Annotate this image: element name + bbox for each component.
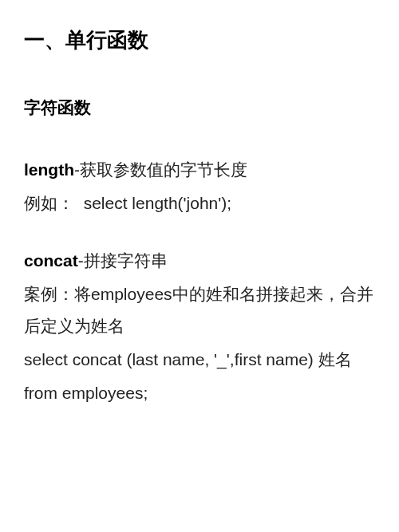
- length-example-label: 例如：: [24, 194, 74, 212]
- length-section: length-获取参数值的字节长度 例如： select length('joh…: [24, 154, 375, 219]
- concat-case-label: 案例：: [24, 285, 74, 303]
- concat-desc: -拼接字符串: [78, 251, 168, 270]
- length-name: length: [24, 160, 74, 179]
- length-title-line: length-获取参数值的字节长度: [24, 154, 375, 186]
- length-example-code: select length('john');: [84, 194, 231, 212]
- concat-case-line: 案例：将employees中的姓和名拼接起来，合并后定义为姓名: [24, 278, 375, 342]
- section-heading: 字符函数: [24, 92, 375, 124]
- concat-code-line2: from employees;: [24, 377, 375, 409]
- concat-section: concat-拼接字符串 案例：将employees中的姓和名拼接起来，合并后定…: [24, 245, 375, 408]
- page-heading: 一、单行函数: [24, 21, 375, 60]
- length-desc: -获取参数值的字节长度: [74, 160, 247, 179]
- length-example-line: 例如： select length('john');: [24, 187, 375, 219]
- concat-name: concat: [24, 251, 78, 270]
- concat-title-line: concat-拼接字符串: [24, 245, 375, 277]
- concat-code-line1: select concat (last name, '_',first name…: [24, 344, 375, 376]
- concat-case-text: 将employees中的姓和名拼接起来，合并后定义为姓名: [24, 285, 373, 335]
